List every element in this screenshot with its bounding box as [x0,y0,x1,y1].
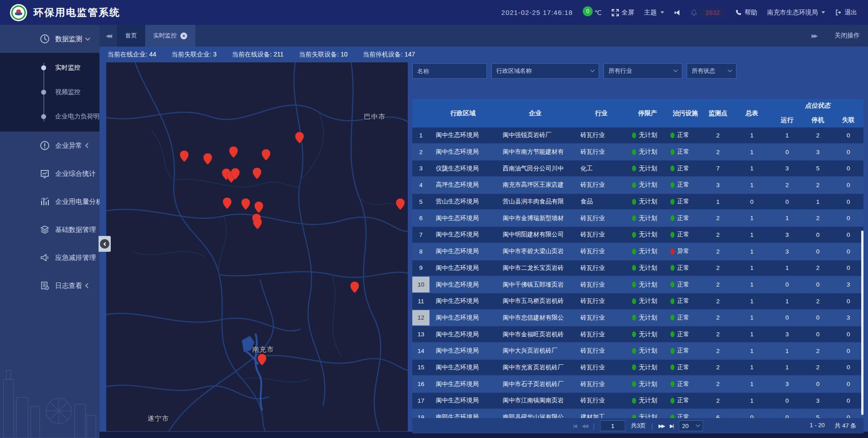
record-total-label: 共 47 条 [835,422,856,430]
next-page-button[interactable]: ▶▶ [659,423,665,429]
map-pin[interactable] [180,151,189,162]
city-skyline-decoration [0,361,99,438]
map-pin[interactable] [396,198,405,210]
cell-monitor-points: 2 [704,298,732,305]
help-button[interactable]: 帮助 [735,9,757,17]
cell-production-limit: 无计划 [628,297,667,305]
mute-button[interactable] [674,9,680,16]
region-filter-select[interactable]: 行政区域名称 [491,63,599,79]
sidebar-item[interactable]: 企业异常 [0,132,99,160]
cell-stopped: 0 [802,281,833,288]
sidebar-subitem[interactable]: 企业电力负荷明细 [0,104,99,129]
tab-close-icon[interactable]: × [180,33,187,39]
status-dot-green [670,149,675,155]
table-row[interactable]: 13阆中生态环境局阆中市金福旺页岩机砖砖瓦行业无计划正常21300 [412,326,863,342]
page-number-input[interactable] [600,420,625,431]
name-search-input[interactable] [417,68,482,75]
cell-running: 0 [772,314,802,321]
temperature-indicator: 0 ℃ [583,9,602,16]
cell-production-limit: 无计划 [628,347,667,355]
map-panel[interactable]: 巴中市南充市遂宁市 [106,62,408,431]
table-row[interactable]: 3仪陇生态环境局西南油气田分公司川中化工无计划正常71350 [412,160,863,176]
map-pin[interactable] [241,198,250,210]
table-row[interactable]: 17阆中生态环境局阆中市江南镇阆南页岩砖瓦行业无计划正常21030 [412,393,863,409]
notifications[interactable]: 2632 [690,9,725,17]
cell-running: 1 [772,364,802,371]
close-operations-button[interactable]: 关闭操作 [835,32,860,40]
table-row[interactable]: 2阆中生态环境局阆中市南方节能建材有砖瓦行业无计划正常21030 [412,144,863,160]
cell-monitor-points: 3 [704,182,732,188]
name-filter[interactable] [412,63,487,79]
table-row[interactable]: 15阆中生态环境局阆中市光富页岩机砖厂砖瓦行业无计划正常21120 [412,360,863,376]
table-row[interactable]: 14阆中生态环境局阆中大兴页岩机砖厂砖瓦行业无计划正常21120 [412,343,863,359]
tabs-scroll-left-button[interactable]: ◀◀ [99,33,117,39]
sidebar-item[interactable]: 基础数据管理 [0,216,99,244]
table-row[interactable]: 5营山生态环境局营山县润丰肉食品有限食品无计划正常10010 [412,194,863,210]
map-pin[interactable] [253,218,262,229]
last-page-button[interactable]: ▶| [670,423,673,429]
prev-page-button[interactable]: ◀◀ [582,423,588,429]
theme-dropdown[interactable]: 主题 [644,9,664,17]
map-pin[interactable] [258,354,266,365]
page-size-select[interactable]: 20 [679,420,703,431]
table-row[interactable]: 9阆中生态环境局阆中市二龙长宝页岩砖砖瓦行业无计划正常21120 [412,260,863,276]
tabs-scroll-right-button[interactable]: ▶▶ [805,33,823,39]
table-row[interactable]: 6阆中生态环境局阆中市金博瑞新型墙材砖瓦行业无计划正常21120 [412,210,863,226]
map-pin[interactable] [203,153,212,165]
cell-region: 阆中生态环境局 [429,264,496,272]
map-pin[interactable] [350,282,359,293]
cell-industry: 食品 [574,198,628,206]
map-pin[interactable] [231,168,240,179]
cell-company: 南充市高坪区王家店建 [496,181,574,189]
table-row[interactable]: 18南部生态环境局南部县砚华山河有限公建材加工无计划正常60050 [412,410,863,418]
table-scrollbar[interactable] [861,231,863,415]
table-row[interactable]: 8阆中生态环境局阆中市枣碧大梁山页岩砖瓦行业无计划异常21300 [412,244,863,259]
cell-row-number: 12 [412,310,429,326]
sidebar-item[interactable]: 企业用电量分析 [0,188,99,216]
cell-company: 南部县砚华山河有限公 [496,413,574,418]
sidebar-item[interactable]: 应急减排管理 [0,244,99,272]
sidebar-item[interactable]: 企业综合统计 [0,160,99,188]
logout-button[interactable]: 退出 [835,9,857,17]
map-pin[interactable] [255,202,263,213]
table-row[interactable]: 11阆中生态环境局阆中市五马桥页岩机砖砖瓦行业无计划正常21120 [412,293,863,309]
status-dot-green [670,232,675,238]
map-pin[interactable] [253,168,261,179]
table-row[interactable]: 12阆中生态环境局阆中市忠信建材有限公砖瓦行业无计划正常21003 [412,310,863,326]
map-pin[interactable] [295,132,304,143]
first-page-button[interactable]: |◀ [573,423,576,429]
status-dot-green [670,282,675,287]
table-row[interactable]: 10阆中生态环境局阆中千佛镇五郎垭页岩砖瓦行业无计划正常21003 [412,277,863,292]
fullscreen-button[interactable]: 全屏 [612,9,634,17]
cell-disconnected: 0 [833,231,863,238]
map-pin[interactable] [229,146,238,158]
cell-stopped: 0 [802,381,833,387]
cell-row-number: 14 [412,343,429,359]
sidebar-subitem[interactable]: 实时监控 [0,56,99,80]
industry-filter-select[interactable]: 所有行业 [604,63,682,79]
map-collapse-button[interactable] [99,236,111,252]
cell-row-number: 1 [412,127,429,143]
tab[interactable]: 实时监控× [145,25,195,47]
chevron-down-icon [674,67,678,72]
table-row[interactable]: 1阆中生态环境局阆中强锐页岩砖厂砖瓦行业无计划正常21120 [412,127,863,143]
sidebar-item[interactable]: 日志查看 [0,272,99,300]
organization-dropdown[interactable]: 南充市生态环境局 [767,9,825,17]
alert-icon [40,141,50,151]
sidebar-subitem[interactable]: 视频监控 [0,80,99,104]
stat-item: 当前在线设备:211 [232,51,283,59]
app-title: 环保用电监管系统 [33,6,120,19]
stat-item: 当前在线企业:44 [108,51,156,59]
stat-value: 44 [149,51,156,58]
status-dot-green [670,165,675,171]
map-pin[interactable] [223,198,231,209]
status-dot-green [670,298,675,304]
cell-industry: 砖瓦行业 [574,214,628,222]
table-row[interactable]: 7阆中生态环境局阆中明阳建材有限公司砖瓦行业无计划正常21300 [412,227,863,243]
map-pin[interactable] [262,149,270,160]
tab[interactable]: 首页 [117,25,145,47]
table-row[interactable]: 16阆中生态环境局阆中市石子页岩机砖厂砖瓦行业无计划正常21300 [412,376,863,392]
sidebar-item[interactable]: 数据监测 [0,25,99,53]
status-filter-select[interactable]: 所有状态 [687,63,736,79]
table-row[interactable]: 4高坪生态环境局南充市高坪区王家店建砖瓦行业无计划正常31220 [412,177,863,193]
